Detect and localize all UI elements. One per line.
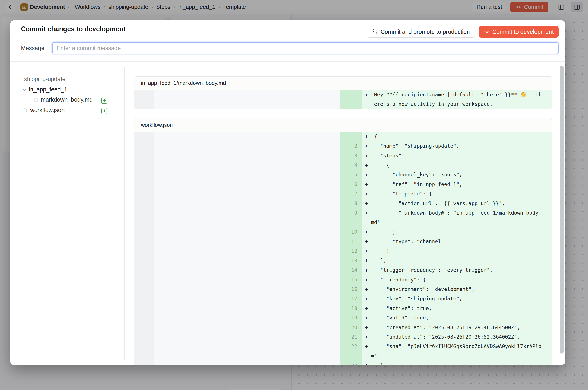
diff-line-code: + "valid": true,	[362, 313, 552, 323]
commit-to-development-label: Commit to development	[492, 29, 554, 35]
diff-line-number: 19	[340, 313, 362, 323]
commit-icon	[484, 29, 490, 35]
diff-line-code: + "steps": [	[362, 151, 552, 160]
diff-line: 7+ "template": {	[340, 189, 552, 198]
diff-line-number: 3	[340, 151, 362, 160]
diff-line-number: 6	[340, 180, 362, 189]
diff-line-code: + "__readonly": {	[362, 275, 552, 285]
modal-title: Commit changes to development	[21, 25, 126, 33]
diff-line-number: 23	[340, 361, 362, 365]
diff-new-pane: 1+ Hey **{{ recipient.name | default: "t…	[340, 90, 552, 109]
commit-and-promote-button[interactable]: Commit and promote to production	[367, 26, 475, 38]
diff-line-number: 21	[340, 332, 362, 342]
diff-line: 3+ "steps": [	[340, 151, 552, 160]
diff-line: 8+ "action_url": "{{ vars.app_url }}",	[340, 199, 552, 208]
diff-line: 18+ "active": true,	[340, 304, 552, 313]
diff-line-number	[340, 351, 362, 361]
diff-line-number: 18	[340, 304, 362, 313]
diff-line: 6+ "ref": "in_app_feed_1",	[340, 180, 552, 189]
diff-line-number	[340, 99, 362, 109]
diff-line: 11+ "type": "channel"	[340, 237, 552, 246]
commit-modal-body: shipping-update in_app_feed_1 markdown_b…	[10, 62, 565, 365]
diff-line-code: + ],	[362, 256, 552, 265]
modal-scrollbar-thumb[interactable]	[560, 66, 564, 354]
diff-line-code: + "key": "shipping-update",	[362, 294, 552, 303]
file-icon	[33, 97, 39, 102]
diff-line: 16+ "environment": "development",	[340, 285, 552, 294]
diff-line-number: 11	[340, 237, 362, 246]
file-icon	[23, 107, 28, 113]
diff-line: ere's a new activity in your workspace.	[340, 99, 552, 109]
diff-line-code: + "environment": "development",	[362, 285, 552, 294]
diff-line-code: + "markdown_body@": "in_app_feed_1/markd…	[362, 208, 552, 218]
diff-line: 4+ {	[340, 160, 552, 170]
diff-line-code: + "updated_at": "2025-08-26T20:26:52.364…	[362, 332, 552, 342]
commit-modal-header: Commit changes to development Commit and…	[10, 20, 565, 62]
git-promote-icon	[372, 29, 378, 35]
diff-line-code: + }	[362, 246, 552, 256]
diff-line-number: 20	[340, 323, 362, 332]
diff-line: 22+ "sha": "pJeLVir6xIlUCMGqs9qroZoUAVDS…	[340, 342, 552, 351]
diff-line-number: 4	[340, 160, 362, 170]
stage-file-button-workflow[interactable]	[101, 108, 107, 114]
modal-scrollbar[interactable]	[560, 66, 564, 358]
tree-item-step-folder[interactable]: in_app_feed_1	[22, 86, 67, 93]
diff-line-code: + "template": {	[362, 189, 552, 198]
diff-line: 20+ "created_at": "2025-08-25T19:29:46.6…	[340, 323, 552, 332]
diff-line-code: + "ref": "in_app_feed_1",	[362, 180, 552, 189]
diff-body: 1+ Hey **{{ recipient.name | default: "t…	[134, 90, 552, 109]
diff-line-number: 2	[340, 141, 362, 151]
diff-old-pane	[134, 90, 340, 109]
diff-line: 12+ }	[340, 246, 552, 256]
diff-file-name: in_app_feed_1/markdown_body.md	[134, 77, 552, 90]
diff-old-pane	[134, 132, 340, 365]
diff-line-code: + "created_at": "2025-08-25T19:29:46.644…	[362, 323, 552, 332]
changed-files-tree: shipping-update in_app_feed_1 markdown_b…	[10, 62, 124, 365]
tree-item-markdown-body[interactable]: markdown_body.md	[33, 97, 93, 103]
diff-line-number: 22	[340, 342, 362, 351]
diff-line-code: + "name": "shipping-update",	[362, 141, 552, 151]
diff-line-number	[340, 218, 362, 227]
tree-file-label: markdown_body.md	[41, 97, 93, 103]
diff-line-code: + "action_url": "{{ vars.app_url }}",	[362, 199, 552, 208]
commit-message-row: Message	[21, 42, 559, 54]
diff-line-number: 13	[340, 256, 362, 265]
diff-line: md"	[340, 218, 552, 227]
diff-line: 13+ ],	[340, 256, 552, 265]
diff-line: 10+ },	[340, 227, 552, 237]
diff-card-markdown-body: in_app_feed_1/markdown_body.md 1+ Hey **…	[134, 76, 552, 109]
diff-line-number: 5	[340, 170, 362, 179]
diff-new-pane: 1+ {2+ "name": "shipping-update",3+ "ste…	[340, 132, 552, 365]
modal-actions: Commit and promote to production Commit …	[367, 26, 559, 38]
diff-line-number: 10	[340, 227, 362, 237]
diff-line: 9+ "markdown_body@": "in_app_feed_1/mark…	[340, 208, 552, 218]
diff-line-number: 15	[340, 275, 362, 285]
tree-item-workflow-json[interactable]: workflow.json	[23, 107, 65, 113]
diff-line-number: 12	[340, 246, 362, 256]
diff-line: 19+ "valid": true,	[340, 313, 552, 323]
commit-message-input[interactable]	[52, 42, 559, 54]
diff-line-code: + }	[362, 361, 552, 365]
diff-line-number: 14	[340, 265, 362, 275]
diff-body: 1+ {2+ "name": "shipping-update",3+ "ste…	[134, 132, 552, 365]
diff-line: 21+ "updated_at": "2025-08-26T20:26:52.3…	[340, 332, 552, 342]
diff-line-code: + "sha": "pJeLVir6xIlUCMGqs9qroZoUAVDSwA…	[362, 342, 552, 351]
diff-line-code: ere's a new activity in your workspace.	[362, 99, 552, 109]
diff-line-number: 1	[340, 90, 362, 99]
tree-indent-guide	[25, 97, 25, 106]
diff-line-code: ="	[362, 351, 552, 361]
diff-line-code: + },	[362, 227, 552, 237]
diff-line-code: + "active": true,	[362, 304, 552, 313]
diff-line-number: 9	[340, 208, 362, 218]
diff-card-workflow-json: workflow.json 1+ {2+ "name": "shipping-u…	[134, 118, 552, 365]
tree-item-workflow-root[interactable]: shipping-update	[24, 76, 65, 83]
tree-file-label: workflow.json	[30, 107, 65, 113]
diff-line: 1+ {	[340, 132, 552, 141]
diff-line-code: + {	[362, 132, 552, 141]
commit-to-development-button[interactable]: Commit to development	[479, 26, 559, 38]
diff-line: 2+ "name": "shipping-update",	[340, 141, 552, 151]
stage-file-button-markdown[interactable]	[101, 98, 107, 104]
diff-line: 14+ "trigger_frequency": "every_trigger"…	[340, 265, 552, 275]
diff-line-code: + "trigger_frequency": "every_trigger",	[362, 265, 552, 275]
diff-line: 5+ "channel_key": "knock",	[340, 170, 552, 179]
